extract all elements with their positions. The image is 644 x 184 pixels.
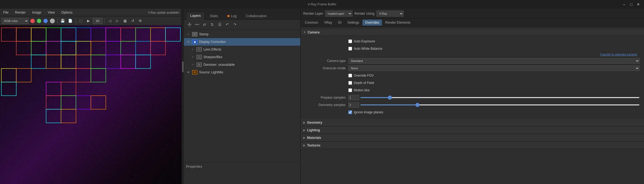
save-as-button[interactable]: 📄 bbox=[67, 18, 74, 24]
prepass-samples-number[interactable] bbox=[348, 95, 359, 100]
remove-layer-button[interactable]: ➖ bbox=[194, 21, 200, 28]
add-layer-button[interactable]: ➕ bbox=[186, 21, 193, 28]
prepass-samples-input bbox=[348, 95, 640, 100]
reset-button[interactable]: ↺ bbox=[129, 18, 136, 24]
tab-layers[interactable]: Layers bbox=[186, 12, 205, 20]
camera-type-select[interactable]: Standard bbox=[348, 58, 640, 64]
auto-exposure-value: Auto Exposure bbox=[348, 39, 640, 43]
tab-vray[interactable]: VRay bbox=[321, 20, 335, 26]
minimize-button[interactable]: – bbox=[621, 1, 628, 8]
render-panel: File Render Image View Options V-Ray upd… bbox=[0, 9, 182, 184]
tab-render-elements[interactable]: Render Elements bbox=[382, 20, 413, 26]
auto-white-balance-checkbox[interactable] bbox=[348, 47, 352, 51]
textures-section: ▶ Textures bbox=[301, 142, 644, 149]
camera-section-header[interactable]: ▼ Camera bbox=[301, 29, 644, 36]
layer-visibility-lightmix[interactable]: 👁 bbox=[186, 70, 190, 74]
override-fov-label: Override FOV bbox=[354, 74, 374, 77]
layer-item-denoiser[interactable]: 👁 D Denoiser: unavailable bbox=[188, 61, 300, 68]
layer-item-stamp[interactable]: 👁 T Stamp bbox=[184, 30, 300, 38]
transfer-to-camera-button[interactable]: Transfer to selected camera bbox=[600, 53, 637, 56]
ignore-image-planes-checkbox[interactable] bbox=[348, 110, 352, 114]
save-button[interactable]: 💾 bbox=[59, 18, 66, 24]
split-layer-button[interactable]: ⇅ bbox=[209, 21, 215, 28]
auto-exposure-checkbox[interactable] bbox=[348, 39, 352, 43]
merge-layers-button[interactable]: ⇄ bbox=[201, 21, 208, 28]
layer-item-source-lightmix[interactable]: 👁 ☀ Source: LightMix bbox=[184, 68, 300, 76]
zoom-input[interactable] bbox=[93, 18, 103, 24]
layer-icon-lightmix: ☀ bbox=[192, 70, 197, 74]
motion-blur-label: Motion blur bbox=[354, 88, 370, 92]
geometry-samples-slider[interactable] bbox=[360, 104, 640, 105]
render-layer-select[interactable]: masterLayer bbox=[325, 11, 352, 17]
tab-collaboration[interactable]: Collaboration bbox=[242, 12, 271, 20]
render-button[interactable]: ▶ bbox=[85, 18, 92, 24]
layer-visibility-stamp[interactable]: 👁 bbox=[186, 32, 190, 36]
dof-value: Depth of Field bbox=[348, 81, 640, 85]
lighting-arrow-icon: ▶ bbox=[303, 129, 305, 132]
layer-visibility-display-correction[interactable]: 👁 bbox=[186, 40, 190, 44]
layer-item-lens-effects[interactable]: 👁 + Lens Effects bbox=[188, 46, 300, 53]
menu-image[interactable]: Image bbox=[31, 10, 42, 15]
svg-rect-2 bbox=[16, 28, 31, 41]
svg-rect-22 bbox=[151, 41, 165, 55]
layer-visibility-lens-effects[interactable]: 👁 bbox=[190, 47, 195, 52]
motion-blur-checkbox[interactable] bbox=[348, 88, 352, 92]
settings-icon[interactable]: ⚙ bbox=[137, 18, 144, 24]
scroll-thumb-1[interactable] bbox=[182, 61, 184, 72]
color-mode-select[interactable]: RGB color bbox=[2, 18, 29, 24]
compare-button[interactable]: ▦ bbox=[122, 18, 128, 24]
depth-of-field-checkbox[interactable] bbox=[348, 81, 352, 85]
auto-wb-value: Auto White Balance bbox=[348, 47, 640, 51]
maximize-button[interactable]: □ bbox=[628, 1, 635, 8]
undo-button[interactable]: ↶ bbox=[224, 21, 231, 28]
layer-item-sharpen-blur[interactable]: 👁 ≈ Sharpen/Blur bbox=[188, 53, 300, 61]
layer-name-stamp: Stamp bbox=[199, 32, 209, 36]
alpha-channel-dot[interactable] bbox=[50, 18, 55, 23]
green-channel-dot[interactable] bbox=[37, 19, 41, 23]
region-select-icon[interactable]: ⬚ bbox=[78, 18, 84, 24]
tab-overrides[interactable]: Overrides bbox=[362, 20, 382, 26]
layer-visibility-sharpen-blur[interactable]: 👁 bbox=[190, 55, 195, 59]
layer-icon-lens-effects: + bbox=[196, 47, 202, 52]
close-button[interactable]: ✕ bbox=[635, 1, 642, 8]
menu-file[interactable]: File bbox=[2, 10, 9, 15]
vray-update-notice: V-Ray update available! bbox=[148, 11, 179, 14]
motion-blur-row: Motion blur bbox=[305, 87, 640, 93]
overscan-mode-select[interactable]: None bbox=[348, 66, 640, 71]
layer-icon-display-correction: ▣ bbox=[192, 40, 197, 44]
layer-visibility-denoiser[interactable]: 👁 bbox=[190, 63, 195, 67]
menu-options[interactable]: Options bbox=[60, 10, 74, 15]
render-layer-bar: Render Layer masterLayer Render Using V-… bbox=[301, 9, 644, 18]
materials-section-header[interactable]: ▶ Materials bbox=[301, 134, 644, 141]
tab-stats[interactable]: Stats bbox=[206, 12, 222, 20]
svg-rect-30 bbox=[136, 55, 151, 68]
geometry-section-header[interactable]: ▶ Geometry bbox=[301, 119, 644, 126]
lighting-section-header[interactable]: ▶ Lighting bbox=[301, 127, 644, 134]
svg-rect-19 bbox=[106, 41, 121, 55]
next-frame-button[interactable]: ▷ bbox=[114, 18, 121, 24]
tab-common[interactable]: Common bbox=[302, 20, 321, 26]
list-view-button[interactable]: ☰ bbox=[216, 21, 223, 28]
tab-settings[interactable]: Settings bbox=[345, 20, 362, 26]
transfer-btn-row: Transfer to selected camera bbox=[305, 53, 640, 56]
redo-button[interactable]: ↷ bbox=[232, 21, 238, 28]
geometry-samples-number[interactable] bbox=[348, 102, 359, 108]
svg-rect-43 bbox=[61, 109, 76, 123]
tab-log[interactable]: Log bbox=[223, 12, 241, 20]
override-fov-checkbox[interactable] bbox=[348, 74, 352, 77]
blue-channel-dot[interactable] bbox=[43, 19, 48, 23]
svg-rect-18 bbox=[91, 41, 106, 55]
render-using-select[interactable]: V-Ray bbox=[377, 11, 404, 17]
layer-item-display-correction[interactable]: 👁 ▣ Display Correction bbox=[184, 38, 300, 46]
overscan-mode-value: None bbox=[348, 66, 640, 71]
tab-gi[interactable]: GI bbox=[335, 20, 344, 26]
red-channel-dot[interactable] bbox=[30, 19, 35, 23]
prev-frame-button[interactable]: ◁ bbox=[107, 18, 113, 24]
prepass-samples-slider[interactable] bbox=[360, 97, 640, 98]
menu-view[interactable]: View bbox=[47, 10, 56, 15]
materials-section-title: Materials bbox=[307, 136, 321, 140]
svg-rect-11 bbox=[151, 28, 165, 41]
render-canvas bbox=[0, 26, 181, 184]
menu-render[interactable]: Render bbox=[14, 10, 27, 15]
textures-section-header[interactable]: ▶ Textures bbox=[301, 142, 644, 149]
